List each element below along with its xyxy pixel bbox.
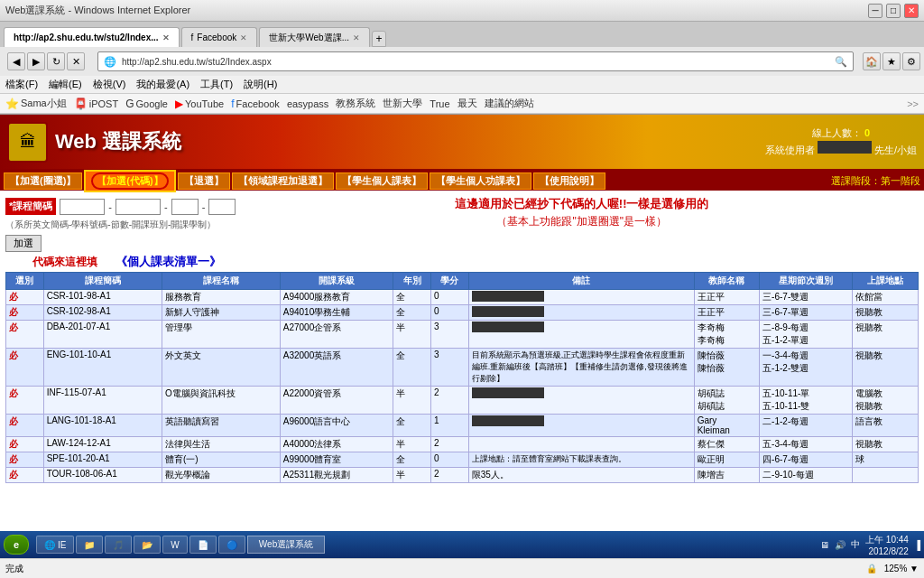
nav-add-code[interactable]: 【加選(代碼)】 xyxy=(84,170,175,192)
row-type: 必 xyxy=(6,415,44,437)
bookmark-ipost[interactable]: 📮 iPOST xyxy=(74,98,118,110)
row-name: 外文英文 xyxy=(162,349,281,387)
row-code: CSR-102-98-A1 xyxy=(43,305,162,321)
star-button[interactable]: ★ xyxy=(882,52,901,70)
tab-0-close[interactable]: ✕ xyxy=(162,33,170,42)
nav-add-code-label: 【加選(代碼)】 xyxy=(91,172,168,190)
tab-2-close[interactable]: ✕ xyxy=(353,33,360,42)
address-text: http://ap2.shu.edu.tw/stu2/Index.aspx xyxy=(122,57,829,67)
taskbar-explorer[interactable]: 📁 xyxy=(76,536,103,554)
close-button[interactable]: ✕ xyxy=(904,4,919,18)
bookmark-latest[interactable]: 最天 xyxy=(457,97,477,110)
nav-stage: 選課階段：第一階段 xyxy=(831,174,920,188)
course-class-input[interactable] xyxy=(208,199,236,215)
menu-tools[interactable]: 工具(T) xyxy=(200,78,233,91)
row-type: 必 xyxy=(6,452,44,468)
nav-homework-table[interactable]: 【學生個人功課表】 xyxy=(430,172,531,190)
home-button[interactable]: 🏠 xyxy=(863,52,881,70)
row-credit: 1 xyxy=(431,415,469,437)
minimize-button[interactable]: ─ xyxy=(868,4,882,18)
row-type: 必 xyxy=(6,349,44,387)
nav-domain[interactable]: 【領域課程加退選】 xyxy=(232,172,334,190)
new-tab-button[interactable]: + xyxy=(372,31,386,47)
bookmark-academic-label: 教務系統 xyxy=(336,97,375,110)
menu-help[interactable]: 說明(H) xyxy=(244,78,277,91)
window-controls[interactable]: ─ □ ✕ xyxy=(868,4,919,18)
nav-address-row: ◀ ▶ ↻ ✕ 🌐 http://ap2.shu.edu.tw/stu2/Ind… xyxy=(0,47,924,76)
row-note xyxy=(468,305,694,321)
row-dept: A40000法律系 xyxy=(280,437,393,452)
nav-course-table[interactable]: 【學生個人課表】 xyxy=(336,172,428,190)
back-button[interactable]: ◀ xyxy=(7,52,25,70)
row-year: 半 xyxy=(393,387,431,415)
tab-1-label: Facebook xyxy=(197,33,236,42)
settings-button[interactable]: ⚙ xyxy=(902,52,920,70)
bookmark-academic[interactable]: 教務系統 xyxy=(336,97,375,110)
forward-button[interactable]: ▶ xyxy=(27,52,45,70)
taskbar-pdf[interactable]: 📄 xyxy=(189,536,217,554)
table-row: 必 LANG-101-18-A1 英語聽讀寫習 A96000語言中心 全 1 G… xyxy=(6,415,919,437)
row-dept: A94010學務生輔 xyxy=(280,305,393,321)
course-code-input[interactable] xyxy=(60,199,105,215)
nav-add-circle[interactable]: 【加選(圈選)】 xyxy=(4,172,82,190)
bookmark-suggest[interactable]: 建議的網站 xyxy=(485,97,534,110)
bookmark-youtube[interactable]: ▶ YouTube xyxy=(175,98,224,110)
menu-edit[interactable]: 編輯(E) xyxy=(49,78,82,91)
row-name: 英語聽讀寫習 xyxy=(162,415,281,437)
row-location: 依館當 xyxy=(853,290,919,305)
bookmark-facebook[interactable]: f Facebook xyxy=(231,98,280,110)
annotation-sub: （基本上功能跟"加選圈選"是一樣） xyxy=(245,214,919,229)
online-count-row: 線上人數： 0 xyxy=(765,126,917,140)
row-schedule: 五-10-11-單五-10-11-雙 xyxy=(760,387,853,415)
page-content: 🏛 Web 選課系統 線上人數： 0 系統使用者 先生/小姐 【加選(圈選)】 … xyxy=(0,115,924,578)
bookmark-google[interactable]: G Google xyxy=(125,98,168,110)
taskbar-chrome[interactable]: 🔵 xyxy=(218,536,245,554)
row-location: 語言教 xyxy=(853,415,919,437)
taskbar-active-window[interactable]: Web選課系統 xyxy=(247,536,325,554)
bookmark-easypass[interactable]: easypass xyxy=(287,98,328,109)
logo-image: 🏛 xyxy=(7,122,48,163)
course-table-body: 必 CSR-101-98-A1 服務教育 A94000服務教育 全 0 王正平 … xyxy=(6,290,919,483)
bookmark-sama[interactable]: ⭐ Sama小姐 xyxy=(5,97,67,110)
bookmarks-more[interactable]: >> xyxy=(907,98,919,109)
row-name: 管理學 xyxy=(162,321,281,349)
menu-favorites[interactable]: 我的最愛(A) xyxy=(136,78,189,91)
course-table: 選別 課程簡碼 課程名稱 開課系級 年別 學分 備註 教師名稱 星期節次週別 上… xyxy=(5,272,919,483)
tray-show-desktop[interactable]: ▐ xyxy=(914,540,920,550)
tray-sound-icon: 🔊 xyxy=(835,540,845,550)
taskbar-media[interactable]: 🎵 xyxy=(105,536,132,554)
status-right: 🔒 125% ▼ xyxy=(866,564,919,573)
tab-0[interactable]: http://ap2.shu.edu.tw/stu2/Index... ✕ xyxy=(4,27,180,47)
stop-button[interactable]: ✕ xyxy=(67,52,85,70)
bookmark-google-icon: G xyxy=(125,98,134,110)
bookmark-true[interactable]: True xyxy=(430,98,449,109)
tab-1[interactable]: f Facebook ✕ xyxy=(181,27,258,47)
start-button[interactable]: e xyxy=(4,535,29,555)
nav-drop[interactable]: 【退選】 xyxy=(178,172,230,190)
row-credit: 2 xyxy=(431,468,469,483)
maximize-button[interactable]: □ xyxy=(886,4,901,18)
bookmark-shuweb[interactable]: 世新大學 xyxy=(383,97,422,110)
bookmark-google-label: Google xyxy=(136,98,168,109)
bookmark-youtube-label: YouTube xyxy=(185,98,224,109)
row-location: 球 xyxy=(853,452,919,468)
nav-buttons: ◀ ▶ ↻ ✕ xyxy=(4,51,88,72)
add-button[interactable]: 加選 xyxy=(5,235,42,252)
menu-file[interactable]: 檔案(F) xyxy=(5,78,38,91)
tab-1-close[interactable]: ✕ xyxy=(240,33,247,42)
course-number-input[interactable] xyxy=(116,199,161,215)
th-code: 課程簡碼 xyxy=(43,273,162,290)
row-location: 視聽教 xyxy=(853,321,919,349)
address-bar[interactable]: 🌐 http://ap2.shu.edu.tw/stu2/Index.aspx … xyxy=(97,51,854,71)
taskbar-ie[interactable]: 🌐 IE xyxy=(36,536,74,554)
row-type: 必 xyxy=(6,437,44,452)
taskbar-folder[interactable]: 📂 xyxy=(134,536,161,554)
th-credit: 學分 xyxy=(431,273,469,290)
menu-view[interactable]: 檢視(V) xyxy=(93,78,126,91)
tab-2[interactable]: 世新大學Web選課... ✕ xyxy=(259,27,370,47)
row-year: 全 xyxy=(393,415,431,437)
nav-help[interactable]: 【使用說明】 xyxy=(533,172,605,190)
taskbar-word[interactable]: W xyxy=(162,536,187,554)
course-section-input[interactable] xyxy=(171,199,199,215)
refresh-button[interactable]: ↻ xyxy=(47,52,65,70)
